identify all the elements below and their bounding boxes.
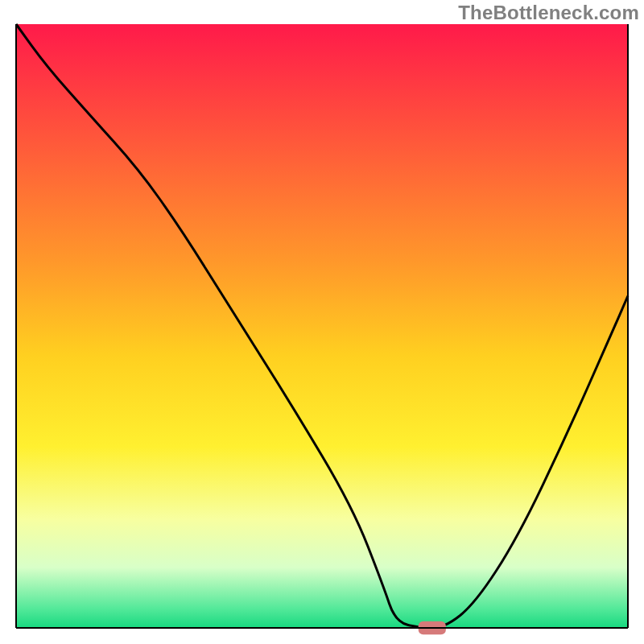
chart-background [16, 24, 628, 628]
chart-stage: TheBottleneck.com [0, 0, 644, 644]
bottleneck-chart [0, 0, 644, 644]
